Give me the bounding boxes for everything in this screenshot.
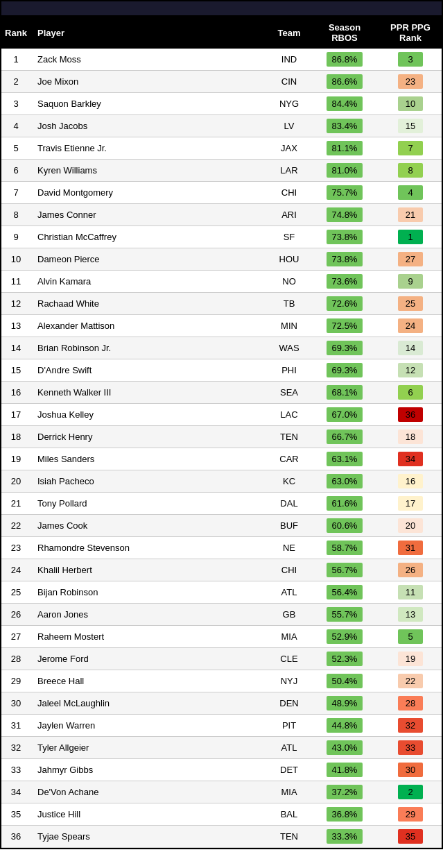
- team-cell: BUF: [268, 515, 310, 537]
- rank-cell: 20: [1, 470, 31, 493]
- rank-cell: 6: [1, 160, 31, 182]
- rbos-cell: 69.3%: [310, 359, 379, 382]
- ppr-value: 36: [398, 407, 423, 422]
- ppr-value: 21: [398, 207, 423, 222]
- player-cell: Jaylen Warren: [31, 715, 268, 737]
- table-row: 34 De'Von Achane MIA 37.2% 2: [1, 781, 442, 803]
- ppr-value: 18: [398, 429, 423, 444]
- team-cell: SF: [268, 226, 310, 248]
- team-cell: CAR: [268, 448, 310, 470]
- player-cell: Breece Hall: [31, 670, 268, 692]
- rbos-value: 72.5%: [327, 318, 363, 333]
- rbos-cell: 44.8%: [310, 715, 379, 737]
- table-row: 25 Bijan Robinson ATL 56.4% 11: [1, 581, 442, 604]
- ppr-value: 31: [398, 541, 423, 555]
- table-row: 28 Jerome Ford CLE 52.3% 19: [1, 648, 442, 670]
- rbos-cell: 43.0%: [310, 737, 379, 759]
- rank-cell: 30: [1, 692, 31, 715]
- ppr-value: 26: [398, 563, 423, 577]
- rank-cell: 12: [1, 293, 31, 315]
- rbos-cell: 50.4%: [310, 670, 379, 692]
- player-cell: D'Andre Swift: [31, 359, 268, 382]
- table-row: 6 Kyren Williams LAR 81.0% 8: [1, 160, 442, 182]
- table-row: 4 Josh Jacobs LV 83.4% 15: [1, 115, 442, 137]
- rank-cell: 25: [1, 581, 31, 604]
- rbos-value: 60.6%: [327, 518, 363, 533]
- team-cell: GB: [268, 604, 310, 626]
- ppr-value: 20: [398, 518, 423, 533]
- ppr-value: 10: [398, 96, 423, 111]
- ppr-value: 28: [398, 696, 423, 710]
- rbos-cell: 56.7%: [310, 559, 379, 581]
- ppr-value: 8: [398, 163, 423, 178]
- table-row: 33 Jahmyr Gibbs DET 41.8% 30: [1, 759, 442, 781]
- player-cell: Jaleel McLaughlin: [31, 692, 268, 715]
- rank-cell: 5: [1, 137, 31, 160]
- rbos-value: 56.4%: [327, 585, 363, 599]
- player-cell: Aaron Jones: [31, 604, 268, 626]
- ppr-cell: 28: [379, 692, 442, 715]
- player-cell: Dameon Pierce: [31, 248, 268, 271]
- ppr-cell: 1: [379, 226, 442, 248]
- player-cell: Saquon Barkley: [31, 93, 268, 115]
- team-cell: DAL: [268, 493, 310, 515]
- table-row: 18 Derrick Henry TEN 66.7% 18: [1, 426, 442, 448]
- ppr-cell: 7: [379, 137, 442, 160]
- player-cell: Joe Mixon: [31, 71, 268, 93]
- rbos-value: 33.3%: [327, 829, 363, 844]
- table-row: 17 Joshua Kelley LAC 67.0% 36: [1, 404, 442, 426]
- team-cell: LV: [268, 115, 310, 137]
- table-row: 2 Joe Mixon CIN 86.6% 23: [1, 71, 442, 93]
- rbos-cell: 37.2%: [310, 781, 379, 803]
- rank-cell: 23: [1, 537, 31, 559]
- rank-cell: 22: [1, 515, 31, 537]
- ppr-value: 4: [398, 185, 423, 200]
- table-row: 3 Saquon Barkley NYG 84.4% 10: [1, 93, 442, 115]
- table-row: 32 Tyler Allgeier ATL 43.0% 33: [1, 737, 442, 759]
- team-cell: IND: [268, 49, 310, 71]
- ppr-value: 32: [398, 718, 423, 733]
- rbos-cell: 83.4%: [310, 115, 379, 137]
- rbos-value: 58.7%: [327, 541, 363, 555]
- team-cell: JAX: [268, 137, 310, 160]
- team-cell: KC: [268, 470, 310, 493]
- table-row: 24 Khalil Herbert CHI 56.7% 26: [1, 559, 442, 581]
- rbos-value: 69.3%: [327, 341, 363, 355]
- table-row: 30 Jaleel McLaughlin DEN 48.9% 28: [1, 692, 442, 715]
- ppr-value: 30: [398, 763, 423, 777]
- rbos-value: 63.0%: [327, 474, 363, 488]
- ppr-value: 11: [398, 585, 423, 599]
- rank-cell: 10: [1, 248, 31, 271]
- ppr-value: 3: [398, 52, 423, 67]
- player-cell: Derrick Henry: [31, 426, 268, 448]
- rbos-cell: 69.3%: [310, 337, 379, 359]
- player-cell: David Montgomery: [31, 182, 268, 204]
- player-cell: Kyren Williams: [31, 160, 268, 182]
- rbos-value: 52.9%: [327, 629, 363, 644]
- rbos-cell: 52.3%: [310, 648, 379, 670]
- rank-cell: 17: [1, 404, 31, 426]
- ppr-cell: 16: [379, 470, 442, 493]
- rank-cell: 32: [1, 737, 31, 759]
- ppr-cell: 19: [379, 648, 442, 670]
- team-cell: TB: [268, 293, 310, 315]
- player-cell: Rachaad White: [31, 293, 268, 315]
- rbos-value: 73.8%: [327, 252, 363, 266]
- ppr-value: 7: [398, 141, 423, 155]
- team-cell: WAS: [268, 337, 310, 359]
- ppr-cell: 18: [379, 426, 442, 448]
- ppr-cell: 30: [379, 759, 442, 781]
- player-cell: Isiah Pacheco: [31, 470, 268, 493]
- rbos-value: 74.8%: [327, 207, 363, 222]
- rbos-cell: 58.7%: [310, 537, 379, 559]
- rbos-value: 61.6%: [327, 496, 363, 511]
- rbos-value: 52.3%: [327, 652, 363, 666]
- team-cell: MIN: [268, 315, 310, 337]
- table-row: 19 Miles Sanders CAR 63.1% 34: [1, 448, 442, 470]
- rank-cell: 14: [1, 337, 31, 359]
- rank-cell: 13: [1, 315, 31, 337]
- ppr-value: 14: [398, 341, 423, 355]
- rank-cell: 34: [1, 781, 31, 803]
- player-cell: Joshua Kelley: [31, 404, 268, 426]
- rbos-value: 67.0%: [327, 407, 363, 422]
